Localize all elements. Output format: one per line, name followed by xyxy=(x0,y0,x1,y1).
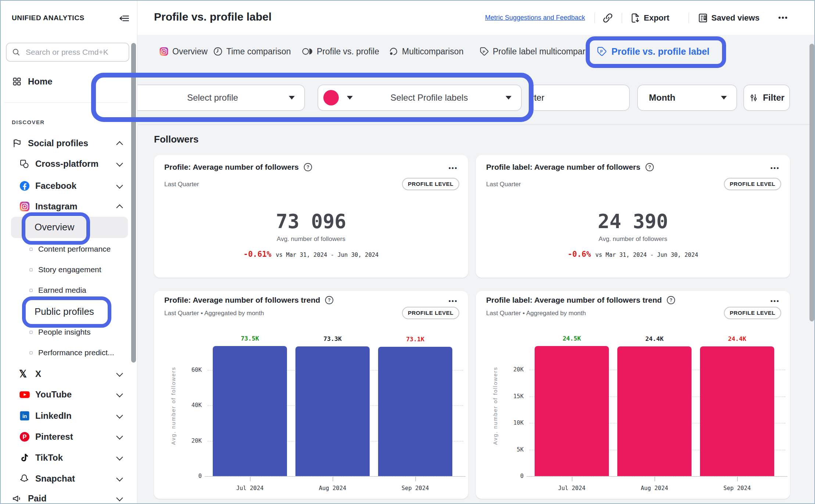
tab-profile-vs-profile[interactable]: Profile vs. profile xyxy=(302,46,379,57)
filter-button[interactable]: Filter xyxy=(743,84,790,111)
x-icon: 𝕏 xyxy=(19,369,30,379)
sidebar: UNIFIED ANALYTICS Home DI xyxy=(1,1,137,503)
clock-icon xyxy=(213,47,223,56)
sidebar-item-earned-media[interactable]: Earned media xyxy=(1,281,137,299)
caret-down-icon xyxy=(721,96,727,100)
header-more-button[interactable]: ••• xyxy=(778,1,788,35)
sidebar-item-story-engagement[interactable]: Story engagement xyxy=(1,261,137,278)
home-grid-icon xyxy=(12,76,23,87)
select-profile-labels-dropdown[interactable]: Select Profile labels xyxy=(317,84,522,111)
brand-logo: UNIFIED ANALYTICS xyxy=(12,14,85,22)
metric-suggestions-link[interactable]: Metric Suggestions and Feedback xyxy=(485,14,585,22)
tiktok-icon xyxy=(19,453,30,463)
bar[interactable] xyxy=(535,346,609,476)
sidebar-item-people-insights[interactable]: People insights xyxy=(1,323,137,341)
sidebar-item-overview[interactable]: Overview xyxy=(1,218,137,236)
page-scrollbar[interactable] xyxy=(809,44,814,321)
saved-views-button[interactable]: Saved views xyxy=(697,1,760,35)
kpi-card-profile-followers: Profile: Average number of followers ? •… xyxy=(154,155,468,278)
chevron-down-icon xyxy=(116,412,123,418)
kpi-value: 24 390 xyxy=(476,210,790,233)
x-tick-label: Aug 2024 xyxy=(625,485,684,492)
x-tick-mark xyxy=(415,477,416,481)
card-menu-button[interactable]: ••• xyxy=(771,165,780,172)
kpi-delta-row: -0.61% vs Mar 31, 2024 - Jun 30, 2024 xyxy=(154,250,468,259)
megaphone-icon xyxy=(12,493,23,504)
help-icon[interactable]: ? xyxy=(645,162,654,172)
kpi-delta: -0.61% xyxy=(244,250,272,259)
bullet-icon xyxy=(29,289,33,292)
divider xyxy=(138,124,814,125)
y-tick-label: 15K xyxy=(491,393,524,400)
youtube-icon xyxy=(19,389,30,400)
filter-sliders-icon xyxy=(749,93,758,102)
sidebar-item-cross-platform[interactable]: Cross-platform xyxy=(1,155,137,173)
aggregation-dropdown[interactable]: Month xyxy=(637,84,737,111)
sidebar-item-tiktok[interactable]: TikTok xyxy=(1,449,137,467)
sidebar-item-youtube[interactable]: YouTube xyxy=(1,386,137,403)
bar[interactable] xyxy=(295,346,370,476)
svg-text:P: P xyxy=(23,433,27,440)
sidebar-item-performance-prediction[interactable]: Performance predict... xyxy=(1,344,137,361)
svg-text:P: P xyxy=(600,49,603,54)
caret-down-icon xyxy=(506,96,511,100)
search-box[interactable] xyxy=(6,43,129,62)
y-tick-label: 5K xyxy=(491,446,524,453)
y-tick-label: 0 xyxy=(169,473,202,479)
select-profile-placeholder: Select profile xyxy=(136,93,289,103)
profile-level-badge: PROFILE LEVEL xyxy=(724,178,781,190)
chart-card-profile-label-followers-trend: Profile label: Average number of followe… xyxy=(476,291,790,499)
tab-overview[interactable]: Overview xyxy=(159,46,208,57)
sidebar-scrollbar[interactable] xyxy=(131,43,136,363)
help-icon[interactable]: ? xyxy=(303,162,313,172)
search-input[interactable] xyxy=(25,47,126,57)
sidebar-item-linkedin[interactable]: in LinkedIn xyxy=(1,407,137,425)
bar[interactable] xyxy=(213,346,287,476)
profile-vs-profile-icon xyxy=(302,47,313,56)
collapse-sidebar-icon[interactable] xyxy=(117,12,130,25)
caret-down-icon xyxy=(289,96,295,100)
profile-labels-color-dot[interactable] xyxy=(323,90,339,105)
facebook-icon xyxy=(19,180,30,191)
sidebar-item-x[interactable]: 𝕏 X xyxy=(1,365,137,383)
card-period: Last Quarter xyxy=(486,181,521,188)
svg-text:in: in xyxy=(22,414,27,419)
feedback-link-wrap: Metric Suggestions and Feedback xyxy=(485,1,585,35)
copy-link-button[interactable] xyxy=(602,1,614,35)
sidebar-item-snapchat[interactable]: Snapchat xyxy=(1,470,137,487)
divider xyxy=(689,13,689,23)
tab-profile-vs-profile-label-active[interactable]: P Profile vs. profile label xyxy=(597,44,710,59)
bar[interactable] xyxy=(700,346,774,476)
discover-section-label: DISCOVER xyxy=(12,119,45,125)
card-period: Last Quarter xyxy=(164,181,199,188)
sidebar-item-instagram[interactable]: Instagram xyxy=(1,198,137,215)
bar[interactable] xyxy=(378,347,452,476)
export-button[interactable]: Export xyxy=(630,1,669,35)
sidebar-item-paid[interactable]: Paid xyxy=(1,490,137,504)
aggregation-value: Month xyxy=(649,93,675,103)
flag-icon xyxy=(12,138,23,148)
search-icon xyxy=(12,48,21,57)
sidebar-item-public-profiles[interactable]: Public profiles xyxy=(1,303,137,320)
cross-platform-icon xyxy=(19,159,30,169)
chevron-down-icon xyxy=(116,160,123,166)
x-tick-label: Jul 2024 xyxy=(220,485,279,492)
kpi-card-profile-label-followers: Profile label: Average number of followe… xyxy=(476,155,790,278)
card-menu-button[interactable]: ••• xyxy=(449,165,458,172)
tab-multicomparison[interactable]: Multicomparison xyxy=(389,46,463,57)
tab-time-comparison[interactable]: Time comparison xyxy=(213,46,291,57)
x-axis-line xyxy=(527,476,787,477)
sidebar-item-social-profiles[interactable]: Social profiles xyxy=(1,134,137,152)
sidebar-item-facebook[interactable]: Facebook xyxy=(1,177,137,195)
multicomparison-icon xyxy=(389,47,398,56)
select-profile-labels-placeholder: Select Profile labels xyxy=(353,93,506,103)
sidebar-item-pinterest[interactable]: P Pinterest xyxy=(1,428,137,446)
x-tick-label: Jul 2024 xyxy=(542,485,601,492)
sidebar-item-content-performance[interactable]: Content performance xyxy=(1,240,137,258)
bar[interactable] xyxy=(617,346,692,476)
date-range-value: Last Quarter xyxy=(530,93,544,103)
sidebar-item-home[interactable]: Home xyxy=(1,73,137,90)
date-range-dropdown[interactable]: Last Quarter xyxy=(530,84,630,111)
tab-profile-label-multicomparison[interactable]: P Profile label multicomparison xyxy=(480,46,590,57)
kpi-value: 73 096 xyxy=(154,210,468,233)
